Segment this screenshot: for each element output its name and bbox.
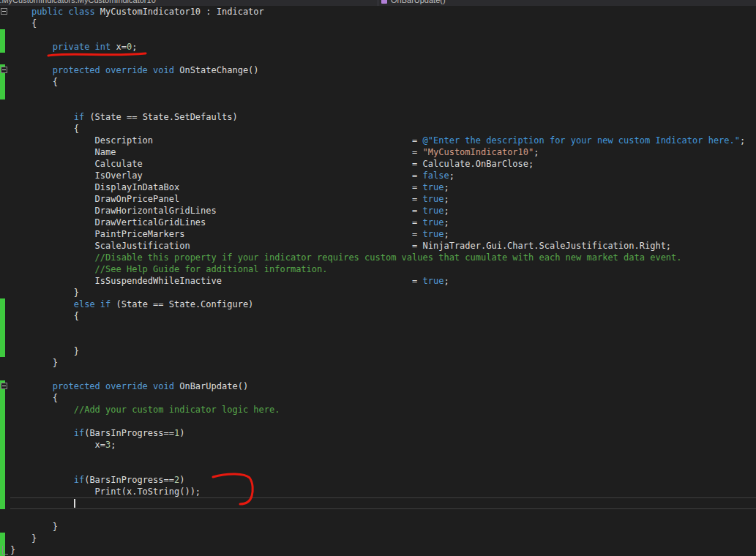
code-token: ; (449, 170, 454, 181)
code-line[interactable]: x=3; (10, 439, 756, 451)
code-line[interactable]: Calculate = Calculate.OnBarClose; (10, 158, 756, 170)
outline-end-marker (2, 546, 8, 555)
code-token: //Disable this property if your indicato… (95, 252, 682, 263)
code-token: "MyCustomIndicator10" (423, 147, 534, 157)
code-line[interactable] (10, 509, 756, 521)
code-token: true (423, 276, 444, 286)
code-token: = (412, 229, 422, 239)
code-line[interactable]: //Add your custom indicator logic here. (10, 404, 756, 416)
code-line[interactable]: DrawHorizontalGridLines = true; (10, 205, 756, 217)
code-line[interactable]: public class MyCustomIndicator10 : Indic… (10, 6, 756, 18)
code-token (10, 252, 95, 263)
code-token: if (74, 428, 84, 438)
code-token: OnStateChange() (179, 65, 258, 75)
code-token (10, 299, 74, 309)
code-line[interactable]: { (10, 392, 756, 404)
code-line[interactable]: protected override void OnBarUpdate() (10, 380, 756, 392)
code-token (10, 112, 74, 122)
code-token: DrawVerticalGridLines (10, 217, 412, 228)
code-token: public class (31, 7, 100, 17)
code-line[interactable]: { (10, 123, 756, 135)
code-line[interactable]: //See Help Guide for additional informat… (10, 263, 756, 275)
code-token: Calculate (10, 159, 412, 169)
code-token: } (10, 358, 58, 368)
code-token: IsOverlay (10, 170, 412, 181)
code-line[interactable]: } (10, 287, 756, 298)
code-line[interactable]: Description = @"Enter the description fo… (10, 135, 756, 146)
code-line[interactable]: IsOverlay = false; (10, 170, 756, 181)
caret (74, 499, 75, 508)
code-line[interactable] (10, 322, 756, 334)
code-line[interactable]: DrawOnPricePanel = true; (10, 193, 756, 205)
code-line[interactable]: protected override void OnStateChange() (10, 64, 756, 76)
code-line[interactable]: { (10, 310, 756, 322)
code-line[interactable]: PaintPriceMarkers = true; (10, 228, 756, 240)
code-line[interactable] (10, 462, 756, 474)
code-token (10, 428, 74, 438)
code-token: true (423, 182, 444, 192)
code-token: private int (53, 42, 116, 52)
code-line[interactable]: Name = "MyCustomIndicator10"; (10, 146, 756, 158)
code-token: IsSuspendedWhileInactive (10, 276, 412, 286)
code-line[interactable]: { (10, 76, 756, 88)
code-token: { (10, 18, 37, 29)
code-token: //See Help Guide for additional informat… (95, 264, 328, 274)
code-token: (BarsInProgress== (84, 428, 174, 438)
code-token: } (10, 533, 37, 544)
code-line[interactable] (10, 369, 756, 380)
code-line[interactable] (10, 53, 756, 64)
change-bar (0, 380, 5, 509)
code-line[interactable] (10, 99, 756, 111)
code-line[interactable] (10, 88, 756, 99)
code-line[interactable]: } (10, 544, 756, 556)
code-token: DrawHorizontalGridLines (10, 206, 412, 216)
code-line[interactable]: } (10, 533, 756, 544)
code-token: //Add your custom indicator logic here. (74, 405, 280, 415)
code-token: Name (10, 147, 412, 157)
code-editor[interactable]: public class MyCustomIndicator10 : Indic… (0, 6, 756, 556)
code-token: false (423, 170, 449, 181)
code-token: ScaleJustification (10, 241, 412, 251)
code-line[interactable]: } (10, 345, 756, 357)
code-line[interactable]: { (10, 18, 756, 29)
fold-collapse-button[interactable] (1, 8, 7, 15)
code-line[interactable]: //Disable this property if your indicato… (10, 252, 756, 263)
breadcrumb-path[interactable]: NinjaTrader.Custom.MyCustomIndicators.My… (0, 0, 156, 4)
method-icon (381, 0, 387, 4)
code-token: = (412, 276, 422, 286)
code-line[interactable] (10, 451, 756, 462)
code-line[interactable]: } (10, 357, 756, 369)
code-token: x= (10, 440, 105, 450)
code-line[interactable]: Print(x.ToString()); (10, 486, 756, 497)
code-token: (State == State.SetDefaults) (84, 112, 238, 122)
code-line[interactable]: if(BarsInProgress==2) (10, 474, 756, 486)
code-token: ; (444, 194, 449, 204)
code-line[interactable]: DrawVerticalGridLines = true; (10, 217, 756, 228)
code-line[interactable] (10, 497, 756, 509)
fold-collapse-button[interactable] (1, 383, 7, 389)
code-token (10, 65, 53, 75)
code-token: } (10, 288, 79, 298)
code-line[interactable]: ScaleJustification = NinjaTrader.Gui.Cha… (10, 240, 756, 252)
code-line[interactable]: else if (State == State.Configure) (10, 298, 756, 310)
code-line[interactable]: } (10, 521, 756, 533)
code-line[interactable]: private int x=0; (10, 41, 756, 53)
code-token: true (423, 194, 444, 204)
code-line[interactable] (10, 334, 756, 345)
code-token: true (423, 217, 444, 228)
code-token: PaintPriceMarkers (10, 229, 412, 239)
code-token: ; (444, 182, 449, 192)
code-token: OnBarUpdate() (179, 381, 248, 391)
code-token (10, 475, 74, 485)
code-line[interactable]: DisplayInDataBox = true; (10, 181, 756, 193)
code-line[interactable] (10, 29, 756, 41)
fold-collapse-button[interactable] (1, 67, 7, 73)
code-token: { (10, 393, 58, 403)
member-dropdown[interactable]: OnBarUpdate() (381, 0, 446, 4)
code-line[interactable]: IsSuspendedWhileInactive = true; (10, 275, 756, 287)
code-token: = (412, 147, 422, 157)
code-line[interactable]: if (State == State.SetDefaults) (10, 111, 756, 123)
code-line[interactable] (10, 416, 756, 427)
code-area[interactable]: public class MyCustomIndicator10 : Indic… (10, 6, 756, 556)
code-line[interactable]: if(BarsInProgress==1) (10, 427, 756, 439)
